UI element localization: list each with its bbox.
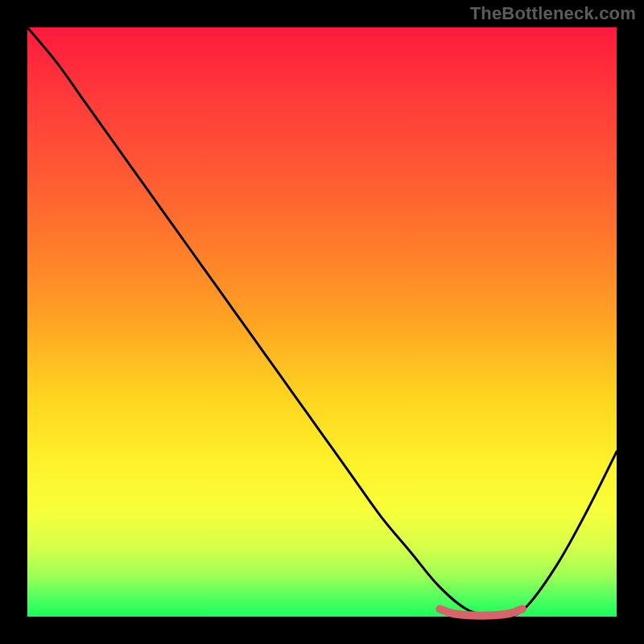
watermark-text: TheBottleneck.com bbox=[470, 3, 636, 24]
chart-frame: TheBottleneck.com bbox=[0, 0, 644, 644]
bottleneck-chart bbox=[0, 0, 644, 644]
plot-background bbox=[27, 27, 617, 617]
